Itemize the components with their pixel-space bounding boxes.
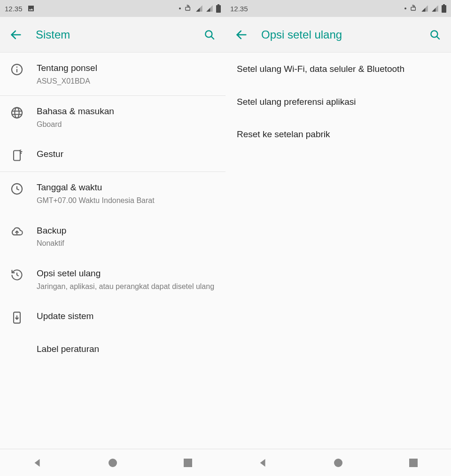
volte-icon — [410, 5, 418, 12]
signal-icon-1 — [421, 5, 428, 12]
svg-point-0 — [179, 8, 181, 9]
clock-icon — [10, 181, 37, 195]
image-icon — [27, 5, 35, 12]
nav-recents-button[interactable] — [167, 452, 209, 474]
signal-icon-1 — [195, 5, 203, 12]
back-button[interactable] — [5, 23, 27, 46]
item-factory-reset[interactable]: Reset ke setelan pabrik — [226, 118, 451, 151]
item-reset-network[interactable]: Setel ulang Wi-Fi, data seluler & Blueto… — [226, 53, 451, 86]
svg-rect-23 — [443, 4, 445, 5]
signal-icon-2 — [206, 5, 213, 12]
dot-icon — [404, 7, 407, 10]
app-bar: Sistem — [0, 17, 226, 53]
svg-line-6 — [211, 36, 214, 39]
globe-icon — [10, 105, 37, 119]
back-button[interactable] — [230, 23, 253, 46]
nav-bar — [0, 449, 226, 476]
item-title: Update sistem — [37, 310, 215, 322]
cloud-upload-icon — [10, 225, 37, 239]
svg-point-10 — [12, 108, 22, 118]
nav-bar — [226, 449, 451, 476]
svg-rect-1 — [186, 7, 190, 10]
item-title: Tentang ponsel — [37, 62, 215, 74]
item-reset-options[interactable]: Opsi setel ulang Jaringan, aplikasi, ata… — [0, 258, 226, 301]
reset-list: Setel ulang Wi-Fi, data seluler & Blueto… — [226, 53, 451, 449]
svg-rect-20 — [184, 459, 192, 467]
item-reset-app-prefs[interactable]: Setel ulang preferensi aplikasi — [226, 86, 451, 118]
nav-home-button[interactable] — [92, 452, 134, 474]
svg-point-11 — [15, 108, 19, 118]
item-language-input[interactable]: Bahasa & masukan Gboard — [0, 96, 226, 139]
svg-rect-29 — [409, 459, 418, 467]
info-icon — [10, 62, 37, 76]
volte-icon — [184, 5, 193, 12]
app-bar: Opsi setel ulang — [226, 17, 451, 53]
item-sub: GMT+07.00 Waktu Indonesia Barat — [37, 195, 215, 206]
svg-point-21 — [404, 8, 406, 9]
item-title: Backup — [37, 225, 215, 237]
item-sub: ASUS_X01BDA — [37, 76, 215, 86]
svg-point-9 — [16, 66, 18, 68]
dot-icon — [179, 7, 181, 10]
search-button[interactable] — [424, 23, 446, 46]
status-bar: 12.35 — [0, 0, 226, 17]
item-title: Bahasa & masukan — [37, 105, 215, 117]
right-pane: 12.35 Opsi setel ulang Setel ulang Wi-Fi… — [226, 0, 451, 476]
page-title: Opsi setel ulang — [253, 28, 424, 41]
battery-icon — [442, 4, 446, 13]
item-title: Tanggal & waktu — [37, 181, 215, 194]
svg-point-26 — [431, 31, 437, 37]
system-update-icon — [10, 310, 37, 324]
page-title: Sistem — [27, 28, 198, 41]
item-title: Setel ulang Wi-Fi, data seluler & Blueto… — [237, 64, 404, 74]
item-sub: Gboard — [37, 119, 215, 130]
svg-point-19 — [109, 459, 117, 467]
item-title: Setel ulang preferensi aplikasi — [237, 97, 356, 107]
battery-icon — [216, 4, 221, 13]
status-bar: 12.35 — [226, 0, 451, 17]
gesture-icon — [10, 148, 37, 162]
nav-recents-button[interactable] — [392, 452, 435, 474]
item-title: Opsi setel ulang — [37, 267, 215, 280]
svg-rect-14 — [14, 151, 20, 161]
status-time: 12.35 — [5, 5, 23, 13]
svg-rect-24 — [442, 5, 446, 13]
svg-rect-22 — [411, 7, 415, 10]
left-pane: 12.35 Sistem Tentang pons — [0, 0, 226, 476]
item-sub: Jaringan, aplikasi, atau perangkat dapat… — [37, 281, 215, 292]
item-title: Gestur — [37, 148, 215, 160]
search-button[interactable] — [198, 23, 221, 46]
item-title: Reset ke setelan pabrik — [237, 129, 330, 139]
nav-back-button[interactable] — [242, 452, 284, 474]
item-gestures[interactable]: Gestur — [0, 139, 226, 172]
nav-home-button[interactable] — [317, 452, 359, 474]
item-date-time[interactable]: Tanggal & waktu GMT+07.00 Waktu Indonesi… — [0, 172, 226, 215]
item-title: Label peraturan — [37, 343, 215, 355]
item-system-update[interactable]: Update sistem — [0, 301, 226, 334]
blank-icon — [10, 343, 37, 344]
item-regulatory-label[interactable]: Label peraturan — [0, 334, 226, 365]
item-sub: Nonaktif — [37, 238, 215, 249]
svg-rect-3 — [216, 5, 221, 13]
restore-icon — [10, 267, 37, 281]
svg-point-28 — [334, 459, 342, 467]
svg-line-27 — [436, 36, 439, 39]
system-list: Tentang ponsel ASUS_X01BDA Bahasa & masu… — [0, 53, 226, 449]
svg-rect-2 — [218, 4, 219, 5]
svg-point-5 — [205, 31, 212, 37]
item-about-phone[interactable]: Tentang ponsel ASUS_X01BDA — [0, 53, 226, 95]
signal-icon-2 — [431, 5, 439, 12]
nav-back-button[interactable] — [16, 452, 59, 474]
status-time: 12.35 — [230, 5, 248, 13]
item-backup[interactable]: Backup Nonaktif — [0, 215, 226, 258]
